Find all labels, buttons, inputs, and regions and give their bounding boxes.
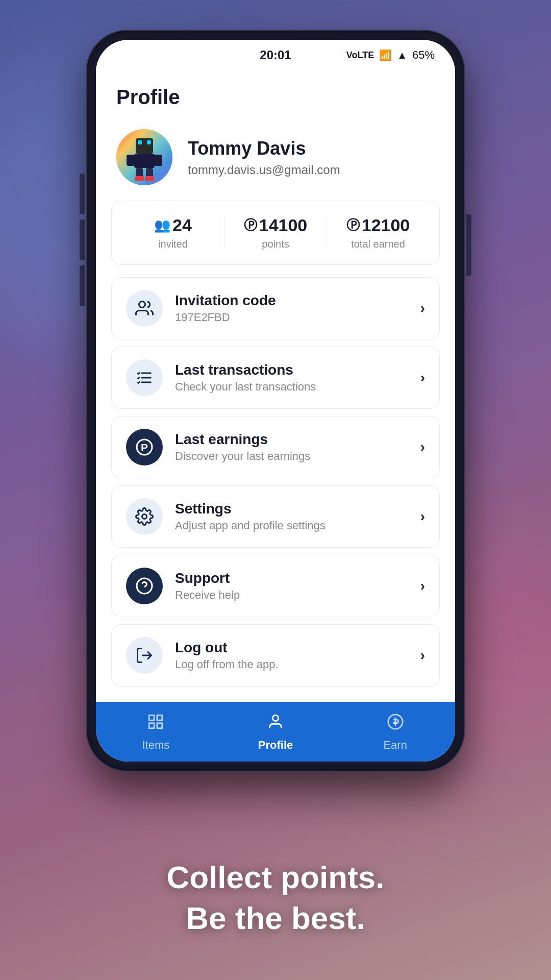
avatar-svg xyxy=(116,129,172,185)
svg-rect-3 xyxy=(147,140,151,144)
page-header: Profile xyxy=(96,70,455,119)
support-icon-bg xyxy=(126,568,163,604)
stat-points: Ⓟ 14100 points xyxy=(224,215,327,250)
user-info: Tommy Davis tommy.davis.us@gmail.com xyxy=(188,137,435,177)
svg-rect-4 xyxy=(134,154,155,168)
wifi-icon: 📶 xyxy=(379,49,392,61)
profile-nav-icon xyxy=(267,713,284,734)
tagline: Collect points. Be the best. xyxy=(0,857,551,939)
support-icon xyxy=(135,577,154,595)
menu-item-invitation-code[interactable]: Invitation code 197E2FBD › xyxy=(111,277,440,339)
battery-label: 65% xyxy=(412,48,435,62)
nav-profile-label: Profile xyxy=(258,739,293,752)
logout-icon-bg xyxy=(126,637,163,674)
invited-icon: 👥 xyxy=(154,217,170,233)
support-chevron: › xyxy=(420,578,425,594)
voip-icon: VoLTE xyxy=(346,50,374,61)
logout-chevron: › xyxy=(420,647,425,664)
svg-rect-21 xyxy=(149,715,155,720)
status-time: 20:01 xyxy=(260,48,291,62)
svg-point-17 xyxy=(142,514,147,519)
menu-item-logout[interactable]: Log out Log off from the app. › xyxy=(111,624,440,687)
menu-item-last-earnings[interactable]: P Last earnings Discover your last earni… xyxy=(111,416,440,478)
svg-rect-24 xyxy=(157,723,162,728)
phone-outer: 20:01 VoLTE 📶 ▲ 65% Profile xyxy=(87,31,464,771)
last-earnings-text: Last earnings Discover your last earning… xyxy=(175,431,408,463)
stats-row: 👥 24 invited Ⓟ 14100 points xyxy=(111,201,440,265)
support-text: Support Receive help xyxy=(175,570,408,602)
status-icons: VoLTE 📶 ▲ 65% xyxy=(346,48,435,62)
stat-total-earned: Ⓟ 12100 total earned xyxy=(327,215,429,250)
points-symbol-1: Ⓟ xyxy=(244,216,257,234)
invitation-code-text: Invitation code 197E2FBD xyxy=(175,292,408,324)
page-title: Profile xyxy=(116,86,435,109)
nav-earn-label: Earn xyxy=(383,739,407,752)
menu-item-last-transactions[interactable]: Last transactions Check your last transa… xyxy=(111,347,440,409)
stat-points-value: Ⓟ 14100 xyxy=(244,215,308,235)
logout-title: Log out xyxy=(175,640,408,656)
last-transactions-title: Last transactions xyxy=(175,362,408,378)
settings-title: Settings xyxy=(175,501,408,517)
settings-subtitle: Adjust app and profile settings xyxy=(175,519,408,532)
phone-mockup: 20:01 VoLTE 📶 ▲ 65% Profile xyxy=(87,31,464,771)
settings-icon-bg xyxy=(126,498,163,535)
menu-item-settings[interactable]: Settings Adjust app and profile settings… xyxy=(111,485,440,548)
svg-rect-9 xyxy=(135,176,144,181)
svg-text:P: P xyxy=(141,442,148,453)
bottom-nav: Items Profile xyxy=(96,702,455,762)
invitation-code-title: Invitation code xyxy=(175,292,408,309)
tagline-line1: Collect points. xyxy=(0,857,551,898)
user-name: Tommy Davis xyxy=(188,137,435,159)
last-transactions-icon-bg xyxy=(126,359,163,396)
support-title: Support xyxy=(175,570,408,586)
items-nav-icon xyxy=(147,713,164,734)
svg-rect-5 xyxy=(127,155,135,166)
svg-rect-23 xyxy=(149,723,155,728)
last-transactions-subtitle: Check your last transactions xyxy=(175,380,408,394)
tagline-line2: Be the best. xyxy=(0,898,551,939)
invitation-code-icon-bg xyxy=(126,290,163,327)
earnings-icon: P xyxy=(135,438,154,456)
app-content: Profile xyxy=(96,70,455,762)
status-bar: 20:01 VoLTE 📶 ▲ 65% xyxy=(96,40,455,70)
nav-item-earn[interactable]: Earn xyxy=(335,708,455,757)
logout-text: Log out Log off from the app. xyxy=(175,640,408,671)
menu-item-support[interactable]: Support Receive help › xyxy=(111,555,440,617)
svg-point-11 xyxy=(139,302,145,308)
user-email: tommy.davis.us@gmail.com xyxy=(188,163,435,177)
menu-list: Invitation code 197E2FBD › xyxy=(96,277,455,702)
support-subtitle: Receive help xyxy=(175,589,408,602)
invitation-code-subtitle: 197E2FBD xyxy=(175,311,408,324)
phone-screen: 20:01 VoLTE 📶 ▲ 65% Profile xyxy=(96,40,455,762)
user-profile: Tommy Davis tommy.davis.us@gmail.com xyxy=(96,119,455,201)
transactions-icon xyxy=(135,369,154,387)
stat-invited-label: invited xyxy=(158,238,188,250)
earn-nav-icon xyxy=(387,713,404,734)
svg-rect-10 xyxy=(145,176,154,181)
avatar xyxy=(116,129,172,185)
last-transactions-text: Last transactions Check your last transa… xyxy=(175,362,408,394)
stat-points-label: points xyxy=(262,238,289,250)
stat-invited-value: 👥 24 xyxy=(154,215,192,235)
last-earnings-chevron: › xyxy=(420,439,425,455)
svg-point-25 xyxy=(272,715,278,721)
settings-chevron: › xyxy=(420,508,425,525)
signal-icon: ▲ xyxy=(397,50,407,61)
last-earnings-icon-bg: P xyxy=(126,429,163,465)
last-earnings-subtitle: Discover your last earnings xyxy=(175,450,408,463)
nav-item-items[interactable]: Items xyxy=(96,708,216,757)
invitation-code-chevron: › xyxy=(420,300,425,316)
points-symbol-2: Ⓟ xyxy=(346,216,360,234)
stat-total-earned-value: Ⓟ 12100 xyxy=(346,215,410,235)
svg-rect-22 xyxy=(157,715,162,720)
people-icon xyxy=(135,299,154,317)
svg-rect-6 xyxy=(154,155,162,166)
stat-total-earned-label: total earned xyxy=(351,238,405,250)
nav-items-label: Items xyxy=(142,739,169,752)
logout-icon xyxy=(135,646,154,665)
stat-invited: 👥 24 invited xyxy=(122,215,224,250)
nav-item-profile[interactable]: Profile xyxy=(216,708,336,757)
settings-text: Settings Adjust app and profile settings xyxy=(175,501,408,532)
logout-subtitle: Log off from the app. xyxy=(175,658,408,671)
last-earnings-title: Last earnings xyxy=(175,431,408,448)
